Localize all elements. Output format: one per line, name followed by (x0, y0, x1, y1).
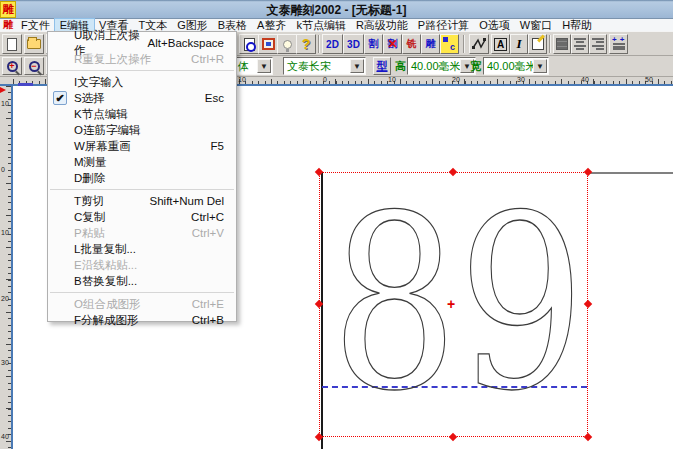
menu-item-label: K节点编辑 (74, 107, 128, 122)
view-2d-button[interactable]: 2D (322, 34, 343, 54)
menubar-item-6[interactable]: A整齐 (252, 19, 291, 31)
menu-item-label: I文字输入 (74, 75, 123, 90)
menu-item-11[interactable]: T剪切Shift+Num Del (48, 193, 236, 209)
menu-item-label: W屏幕重画 (74, 139, 131, 154)
menu-separator (50, 292, 234, 293)
italic-button[interactable]: I (510, 34, 528, 54)
menu-item-9[interactable]: D删除 (48, 170, 236, 186)
color-output-button[interactable]: c (440, 34, 459, 54)
menu-item-shortcut: Ctrl+E (192, 298, 224, 310)
menu-item-shortcut: F5 (211, 140, 224, 152)
open-button[interactable] (24, 34, 44, 54)
menu-item-19[interactable]: F分解成图形Ctrl+B (48, 312, 236, 328)
menu-item-5[interactable]: K节点编辑 (48, 106, 236, 122)
plus-plus-icon: ++ (612, 35, 627, 44)
help-button[interactable]: ? (296, 34, 316, 54)
menu-item-shortcut: Esc (205, 92, 224, 104)
edit-text-button[interactable] (528, 34, 547, 54)
material-setup-button[interactable] (258, 34, 278, 54)
menu-item-8[interactable]: M测量 (48, 154, 236, 170)
menu-item-shortcut: Ctrl+V (192, 227, 224, 239)
menu-item-label: O连筋字编辑 (74, 123, 140, 138)
menubar-item-8[interactable]: R高级功能 (351, 19, 413, 31)
menubar-item-4[interactable]: G图形 (172, 19, 213, 31)
font-name-combo[interactable]: 文泰长宋 ▼ (283, 57, 366, 75)
window-title: 文泰雕刻2002 - [无标题-1] (0, 2, 673, 19)
menubar-item-12[interactable]: H帮助 (557, 19, 597, 31)
menu-item-3[interactable]: I文字输入 (48, 74, 236, 90)
align-center-button[interactable] (571, 34, 589, 54)
menu-item-label: P粘贴 (74, 226, 105, 241)
menu-item-15: E沿线粘贴... (48, 257, 236, 273)
mill-button[interactable]: 铣 (402, 34, 421, 54)
lightbulb-icon (283, 40, 292, 49)
zoom-in-button[interactable]: + (2, 57, 22, 75)
document-window-icon[interactable]: 雕 (0, 18, 16, 32)
ruler-vertical[interactable]: 10010203040 (0, 86, 13, 449)
menu-item-shortcut: Shift+Num Del (150, 195, 224, 207)
menu-item-label: T剪切 (74, 194, 104, 209)
align-left-button[interactable] (553, 34, 571, 54)
menu-item-0[interactable]: U取消上次操作Alt+Backspace (48, 35, 236, 51)
char-spacing-button[interactable]: ++ (609, 34, 628, 54)
type-label: 型 (377, 59, 388, 74)
menu-item-13: P粘贴Ctrl+V (48, 225, 236, 241)
new-document-icon (7, 38, 17, 51)
print-preview-icon (244, 38, 255, 51)
tip-button[interactable] (277, 34, 297, 54)
text-frame-button[interactable]: A (491, 34, 510, 54)
chevron-down-icon[interactable]: ▼ (350, 59, 364, 73)
menu-item-shortcut: Ctrl+C (191, 211, 224, 223)
color-c-icon: c (441, 35, 458, 53)
menu-item-7[interactable]: W屏幕重画F5 (48, 138, 236, 154)
engrave-label: 雕 (426, 37, 436, 51)
type-button[interactable]: 型 (373, 57, 391, 75)
ruler-h-number: 50 (645, 76, 653, 83)
ruler-v-number: 20 (1, 295, 9, 302)
toolbar-separator (318, 35, 320, 53)
chevron-down-icon[interactable]: ▼ (257, 59, 271, 73)
chevron-down-icon[interactable]: ▼ (533, 59, 547, 73)
menu-item-12[interactable]: C复制Ctrl+C (48, 209, 236, 225)
menubar-item-0[interactable]: F文件 (16, 19, 55, 31)
spacing-lines-icon (613, 43, 625, 50)
edit-menu-dropdown: U取消上次操作Alt+BackspaceR重复上次操作Ctrl+RI文字输入✔S… (47, 31, 237, 322)
toolbar-separator (549, 35, 551, 53)
ruler-corner (0, 77, 13, 86)
title-bar: 雕 文泰雕刻2002 - [无标题-1] (0, 0, 673, 19)
ruler-h-number: 10 (388, 76, 396, 83)
menubar-item-5[interactable]: B表格 (213, 19, 252, 31)
menubar-item-11[interactable]: W窗口 (515, 19, 557, 31)
zoom-out-button[interactable]: − (24, 57, 44, 75)
engrave-button[interactable]: 雕 (421, 34, 440, 54)
print-preview-button[interactable] (239, 34, 259, 54)
cut-label: 割 (369, 37, 379, 51)
menubar-item-9[interactable]: P路径计算 (413, 19, 474, 31)
width-combo[interactable]: 40.00毫米 ▼ (483, 57, 549, 75)
menu-item-6[interactable]: O连筋字编辑 (48, 122, 236, 138)
height-combo[interactable]: 40.00毫米 ▼ (407, 57, 476, 75)
menu-item-shortcut: Ctrl+B (192, 314, 224, 326)
view-3d-button[interactable]: 3D (343, 34, 364, 54)
menu-item-16[interactable]: B替换复制... (48, 273, 236, 289)
menu-item-label: B替换复制... (74, 274, 137, 289)
menu-item-4[interactable]: ✔S选择Esc (48, 90, 236, 106)
align-right-icon (592, 38, 604, 50)
menu-item-14[interactable]: L批量复制... (48, 241, 236, 257)
menu-item-shortcut: Alt+Backspace (148, 37, 224, 49)
cut-button[interactable]: 割 (364, 34, 383, 54)
height-label: 高 (395, 59, 406, 74)
no-cut-button[interactable]: 割✕ (383, 34, 402, 54)
new-button[interactable] (2, 34, 22, 54)
align-right-button[interactable] (589, 34, 607, 54)
ruler-h-number: 0 (323, 76, 327, 83)
align-center-icon (574, 38, 586, 50)
ruler-v-number: 10 (1, 229, 9, 236)
app-window: 雕 文泰雕刻2002 - [无标题-1] 雕 F文件E编辑V查看T文本G图形B表… (0, 0, 673, 449)
menu-item-shortcut: Ctrl+R (191, 53, 224, 65)
ruler-h-number: 30 (517, 76, 525, 83)
help-icon: ? (302, 36, 311, 52)
menubar-item-10[interactable]: O选项 (474, 19, 515, 31)
pick-path-button[interactable] (469, 34, 489, 54)
menubar-item-7[interactable]: k节点编辑 (291, 19, 351, 31)
